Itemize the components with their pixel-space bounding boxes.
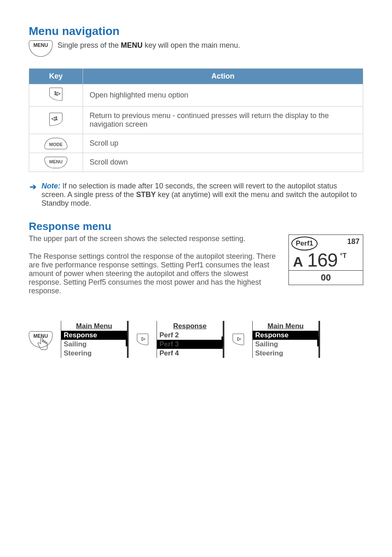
response-p1: The upper part of the screen shows the s… — [29, 234, 279, 243]
lcd-main-menu-2: Main Menu Response Sailing Steering — [252, 321, 320, 358]
heading-response-menu: Response menu — [29, 220, 363, 233]
lcd-item-selected: Perf 3 — [157, 340, 223, 349]
response-row: The upper part of the screen shows the s… — [29, 234, 363, 304]
right-key-icon — [233, 334, 244, 345]
mode-key-icon: MODE — [44, 138, 67, 149]
response-text: The upper part of the screen shows the s… — [29, 234, 279, 304]
action-cell: Open highlighted menu option — [83, 84, 363, 107]
pilot-topnum: 187 — [347, 237, 360, 251]
intro-pre: Single press of the — [58, 41, 121, 49]
th-action: Action — [83, 69, 363, 84]
lcd-item: Perf 2 — [157, 331, 223, 340]
lcd-item: Perf 4 — [157, 349, 223, 358]
lcd-item-selected: Response — [61, 331, 127, 340]
note-text: Note: If no selection is made after 10 s… — [42, 182, 363, 208]
note-block: ➔ Note: If no selection is made after 10… — [29, 182, 363, 208]
lcd-main-menu-1: Main Menu Response Sailing Steering — [61, 321, 129, 358]
hand-icon — [37, 337, 49, 351]
response-p2: The Response settings control the respon… — [29, 252, 279, 295]
lcd-item-selected: Response — [253, 331, 318, 340]
menu-key-press-icon: MENU — [29, 331, 53, 348]
left-key-icon — [49, 113, 62, 126]
heading-menu-navigation: Menu navigation — [29, 25, 363, 38]
lcd-title: Main Menu — [61, 321, 127, 331]
intro-text: Single press of the MENU key will open t… — [58, 40, 240, 50]
pilot-heading: 169 — [307, 251, 338, 269]
th-key: Key — [29, 69, 83, 84]
intro-key-bold: MENU — [121, 41, 143, 49]
arrow-right-icon: ➔ — [29, 182, 37, 208]
lcd-item: Steering — [61, 349, 127, 358]
intro-post: key will open the main menu. — [143, 41, 240, 49]
note-stby: STBY — [136, 190, 156, 199]
action-cell: Return to previous menu - continued pres… — [83, 107, 363, 134]
right-key-icon — [49, 88, 62, 101]
table-row: MODE Scroll up — [29, 134, 363, 153]
table-row: Return to previous menu - continued pres… — [29, 107, 363, 134]
menu-key-label: MENU — [33, 42, 48, 48]
menu-flow: MENU Main Menu Response Sailing Steering… — [29, 321, 363, 358]
pilot-mode-letter: A — [293, 255, 303, 269]
intro-row: MENU Single press of the MENU key will o… — [29, 40, 363, 57]
action-cell: Scroll up — [83, 134, 363, 153]
table-row: Open highlighted menu option — [29, 84, 363, 107]
pilot-unit: °T — [340, 252, 346, 260]
right-key-icon — [137, 334, 148, 345]
lcd-item: Sailing — [253, 340, 318, 349]
perf-badge: Perf1 — [291, 237, 318, 251]
lcd-item: Steering — [253, 349, 318, 358]
lcd-response: Response Perf 2 Perf 3 Perf 4 — [157, 321, 224, 358]
lcd-item: Sailing — [61, 340, 127, 349]
lcd-title: Main Menu — [253, 321, 318, 331]
lcd-title: Response — [157, 321, 223, 331]
key-action-table: Key Action Open highlighted menu option … — [29, 68, 363, 172]
action-cell: Scroll down — [83, 153, 363, 172]
pilot-bottom: 00 — [289, 270, 363, 285]
menu-key-small-icon: MENU — [44, 157, 67, 168]
note-label: Note: — [42, 182, 60, 190]
pilot-display: Perf1 187 A 169 °T 00 — [288, 234, 363, 285]
table-row: MENU Scroll down — [29, 153, 363, 172]
menu-key-icon: MENU — [29, 40, 53, 57]
